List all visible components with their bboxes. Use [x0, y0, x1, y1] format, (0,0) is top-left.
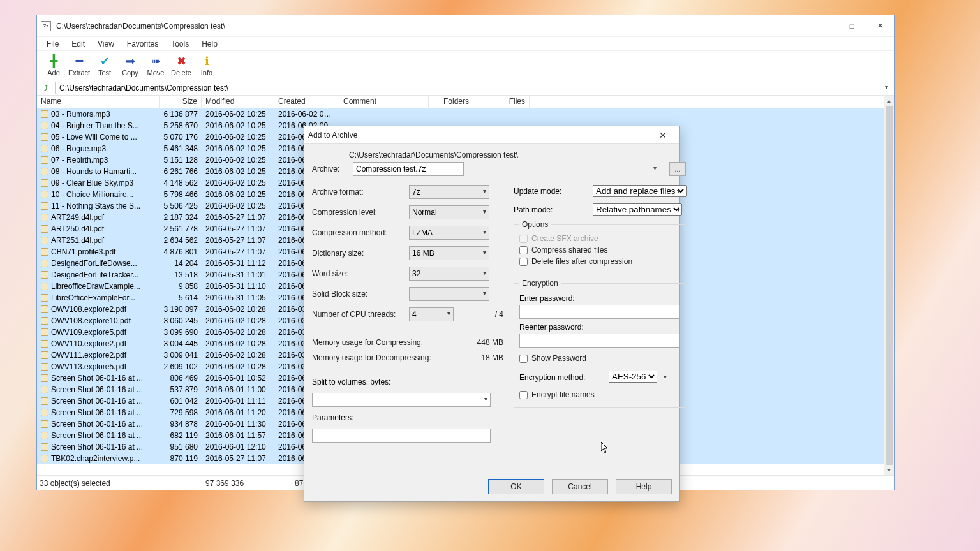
table-row[interactable]: 03 - Rumors.mp36 136 8772016-06-02 10:25…	[37, 108, 894, 120]
minus-icon: ━	[76, 55, 83, 68]
col-size[interactable]: Size	[160, 96, 202, 108]
split-volumes-select[interactable]	[312, 393, 491, 407]
menu-file[interactable]: File	[40, 38, 65, 50]
col-modified[interactable]: Modified	[202, 96, 274, 108]
scroll-up-icon[interactable]: ▲	[884, 96, 894, 106]
addressbar: ⤴ C:\Users\techradar\Documents\Compressi…	[37, 80, 894, 96]
options-group: Options Create SFX archive Compress shar…	[514, 224, 686, 274]
window-controls: — □ ✕	[810, 17, 894, 36]
file-icon	[41, 271, 48, 279]
create-sfx-checkbox[interactable]: Create SFX archive	[519, 234, 680, 243]
file-header: Name Size Modified Created Comment Folde…	[37, 96, 894, 108]
mem-decompress: 18 MB	[481, 353, 503, 362]
delete-icon: ✖	[177, 55, 186, 68]
dialog-close-button[interactable]: ✕	[650, 128, 676, 142]
file-icon	[41, 133, 48, 141]
help-button[interactable]: Help	[616, 479, 672, 494]
file-icon	[41, 248, 48, 256]
file-icon	[41, 237, 48, 244]
encrypt-filenames-checkbox[interactable]: Encrypt file names	[519, 390, 680, 399]
tb-delete[interactable]: ✖Delete	[168, 55, 194, 77]
file-icon	[41, 122, 48, 129]
col-files[interactable]: Files	[473, 96, 530, 108]
update-mode-select[interactable]: Add and replace files	[593, 185, 687, 197]
file-icon	[41, 294, 48, 302]
app-icon: 7z	[41, 21, 51, 31]
file-icon	[41, 283, 48, 290]
compression-method-select[interactable]: LZMA	[409, 226, 489, 240]
check-icon: ✔	[100, 55, 110, 68]
file-icon	[41, 443, 48, 451]
tb-copy[interactable]: ➡Copy	[117, 55, 143, 77]
archive-label: Archive:	[312, 165, 344, 173]
file-icon	[41, 386, 48, 393]
window-title: C:\Users\techradar\Documents\Compression…	[56, 22, 225, 31]
file-icon	[41, 305, 48, 313]
up-icon[interactable]: ⤴	[40, 82, 52, 94]
col-folders[interactable]: Folders	[429, 96, 473, 108]
enter-password-input[interactable]	[519, 305, 680, 319]
tb-move[interactable]: ➠Move	[143, 55, 168, 77]
file-icon	[41, 214, 48, 221]
add-to-archive-dialog: Add to Archive ✕ C:\Users\techradar\Docu…	[304, 126, 680, 502]
word-size-select[interactable]: 32	[409, 267, 489, 281]
file-icon	[41, 179, 48, 187]
browse-button[interactable]: ...	[669, 162, 686, 176]
file-icon	[41, 317, 48, 325]
ok-button[interactable]: OK	[488, 479, 544, 494]
compress-shared-checkbox[interactable]: Compress shared files	[519, 246, 680, 254]
tb-test[interactable]: ✔Test	[92, 55, 117, 77]
file-icon	[41, 351, 48, 359]
split-label: Split to volumes, bytes:	[312, 378, 390, 386]
mem-compress: 448 MB	[477, 338, 503, 347]
menu-help[interactable]: Help	[195, 38, 224, 50]
file-icon	[41, 374, 48, 382]
file-icon	[41, 202, 48, 210]
dialog-titlebar: Add to Archive ✕	[304, 126, 679, 144]
scroll-down-icon[interactable]: ▼	[884, 465, 894, 475]
info-icon: ℹ	[205, 55, 209, 68]
col-name[interactable]: Name	[37, 96, 160, 108]
archive-path-text: C:\Users\techradar\Documents\Compression…	[349, 151, 686, 159]
status-total-size: 97 369 336	[205, 479, 244, 488]
menu-tools[interactable]: Tools	[165, 38, 195, 50]
solid-block-select[interactable]	[409, 287, 489, 301]
titlebar: 7z C:\Users\techradar\Documents\Compress…	[37, 15, 894, 37]
toolbar: ╋Add ━Extract ✔Test ➡Copy ➠Move ✖Delete …	[37, 51, 894, 80]
file-icon	[41, 145, 48, 152]
archive-format-select[interactable]: 7z	[409, 185, 489, 199]
maximize-button[interactable]: □	[838, 17, 866, 36]
path-mode-select[interactable]: Relative pathnames	[593, 203, 682, 216]
file-icon	[41, 328, 48, 336]
tb-extract[interactable]: ━Extract	[66, 55, 92, 77]
col-comment[interactable]: Comment	[339, 96, 429, 108]
close-button[interactable]: ✕	[866, 17, 894, 36]
file-icon	[41, 260, 48, 267]
file-icon	[41, 432, 48, 439]
address-field[interactable]: C:\Users\techradar\Documents\Compression…	[55, 82, 891, 94]
delete-after-checkbox[interactable]: Delete files after compression	[519, 257, 680, 266]
tb-info[interactable]: ℹInfo	[194, 55, 219, 77]
tb-add[interactable]: ╋Add	[41, 55, 66, 77]
threads-max: / 4	[495, 310, 503, 319]
menu-view[interactable]: View	[91, 38, 121, 50]
dictionary-size-select[interactable]: 16 MB	[409, 246, 489, 260]
reenter-password-input[interactable]	[519, 334, 680, 348]
compression-level-select[interactable]: Normal	[409, 205, 489, 219]
show-password-checkbox[interactable]: Show Password	[519, 354, 680, 363]
cpu-threads-select[interactable]: 4	[409, 307, 454, 321]
menu-favorites[interactable]: Favorites	[121, 38, 165, 50]
col-created[interactable]: Created	[274, 96, 339, 108]
menu-edit[interactable]: Edit	[65, 38, 91, 50]
dialog-left-column: Archive format:7z Compression level:Norm…	[312, 185, 503, 472]
encryption-method-select[interactable]: AES-256	[609, 371, 657, 383]
cancel-button[interactable]: Cancel	[552, 479, 608, 494]
menubar: File Edit View Favorites Tools Help	[37, 37, 894, 51]
file-icon	[41, 110, 48, 118]
copy-arrow-icon: ➡	[126, 55, 135, 68]
status-selection: 33 object(s) selected	[40, 479, 154, 488]
minimize-button[interactable]: —	[810, 17, 838, 36]
scrollbar-vertical[interactable]: ▲ ▼	[884, 96, 894, 475]
parameters-input[interactable]	[312, 429, 491, 443]
archive-file-input[interactable]	[353, 162, 464, 176]
